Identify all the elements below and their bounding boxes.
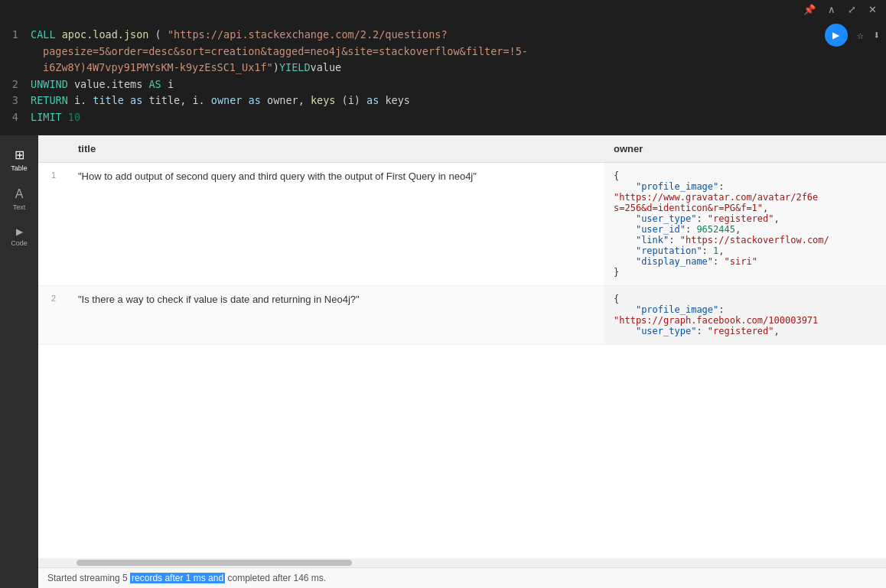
title-cell-2: "Is there a way to check if value is dat…: [69, 285, 604, 344]
download-icon[interactable]: ⬇: [873, 26, 880, 44]
status-text-highlight: records after 1 ms and: [130, 573, 225, 583]
data-table: title owner 1 "How to add output of seco…: [38, 135, 886, 345]
code-line-4: 4 LIMIT 10: [0, 109, 886, 126]
table-row: 1 "How to add output of second query and…: [38, 162, 886, 285]
expand-icon[interactable]: ⤢: [842, 2, 862, 18]
close-icon[interactable]: ✕: [862, 2, 883, 18]
status-bar: Started streaming 5 records after 1 ms a…: [38, 567, 886, 588]
code-icon: ▶: [16, 226, 23, 237]
title-cell-1: "How to add output of second query and t…: [69, 162, 604, 285]
text-icon: A: [15, 187, 24, 201]
sidebar-item-table[interactable]: ⊞ Table: [0, 141, 38, 178]
table-icon: ⊞: [15, 148, 24, 162]
col-header-owner[interactable]: owner: [604, 135, 886, 163]
sidebar: ⊞ Table A Text ▶ Code: [0, 135, 38, 588]
owner-cell-2: { "profile_image": "https://graph.facebo…: [604, 285, 886, 344]
sidebar-item-text[interactable]: A Text: [0, 181, 38, 217]
code-content-1: CALL apoc.load.json ( "https://api.stack…: [31, 27, 877, 44]
col-header-num: [38, 135, 69, 163]
horizontal-scrollbar[interactable]: [38, 558, 886, 567]
run-button[interactable]: ▶: [825, 24, 848, 47]
table-header-row: title owner: [38, 135, 886, 163]
line-number-3: 3: [9, 93, 31, 109]
chevron-up-icon[interactable]: ∧: [822, 2, 842, 18]
sidebar-item-code[interactable]: ▶ Code: [0, 220, 38, 253]
status-text-before: Started streaming 5: [47, 573, 130, 583]
results-area: title owner 1 "How to add output of seco…: [38, 135, 886, 588]
line-number-4: 4: [9, 109, 31, 126]
favorite-icon[interactable]: ☆: [857, 26, 864, 44]
code-line-1: 1 CALL apoc.load.json ( "https://api.sta…: [0, 27, 886, 44]
code-editor: ▶ ☆ ⬇ 1 CALL apoc.load.json ( "https://a…: [0, 18, 886, 135]
line-number-2: 2: [9, 76, 31, 93]
owner-cell-1: { "profile_image": "https://www.gravatar…: [604, 162, 886, 285]
main-area: ⊞ Table A Text ▶ Code title: [0, 135, 886, 588]
code-line-2: 2 UNWIND value.items AS i: [0, 76, 886, 93]
table-row: 2 "Is there a way to check if value is d…: [38, 285, 886, 344]
code-content-2: UNWIND value.items AS i: [31, 76, 877, 93]
pin-icon[interactable]: 📌: [797, 2, 822, 18]
code-line-1c: i6Zw8Y)4W7vpy91PMYsKM-k9yzEsSC1_Ux1f" ) …: [0, 60, 886, 76]
code-line-1b: pagesize=5&order=desc&sort=creation&tagg…: [0, 44, 886, 60]
line-number-1: 1: [9, 27, 31, 44]
code-content-4: LIMIT 10: [31, 109, 877, 126]
code-line-3: 3 RETURN i. title as title, i. owner as …: [0, 93, 886, 109]
col-header-title[interactable]: title: [69, 135, 604, 163]
scroll-thumb[interactable]: [77, 560, 352, 566]
code-content-3: RETURN i. title as title, i. owner as ow…: [31, 93, 877, 109]
row-num-2: 2: [38, 285, 69, 344]
window-controls-bar: 📌 ∧ ⤢ ✕: [0, 0, 886, 18]
results-table[interactable]: title owner 1 "How to add output of seco…: [38, 135, 886, 558]
status-text-after: completed after 146 ms.: [227, 573, 326, 583]
row-num-1: 1: [38, 162, 69, 285]
